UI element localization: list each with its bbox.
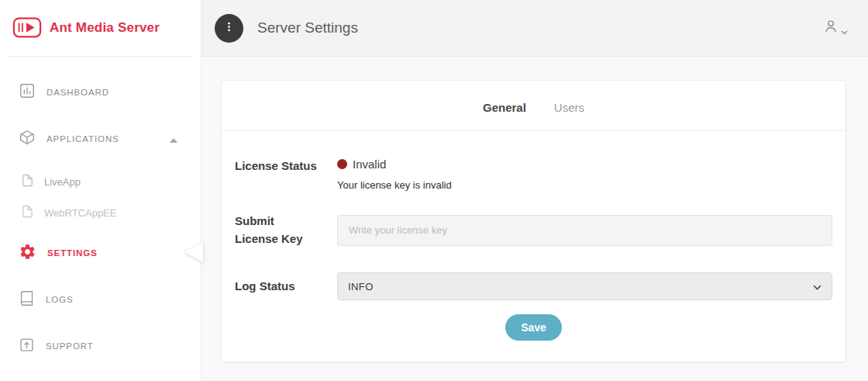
license-key-input[interactable] bbox=[337, 215, 832, 246]
tab-bar: General Users bbox=[222, 81, 846, 131]
content-area: General Users License Status Invalid You… bbox=[202, 57, 868, 381]
page-title: Server Settings bbox=[257, 19, 358, 36]
top-header: Server Settings bbox=[202, 0, 868, 57]
sidebar-item-liveapp[interactable]: LiveApp bbox=[0, 166, 201, 197]
license-key-field-wrap bbox=[337, 215, 832, 246]
file-icon bbox=[21, 174, 34, 190]
applications-icon bbox=[19, 129, 36, 149]
sidebar-item-webrtcappee[interactable]: WebRTCAppEE bbox=[0, 197, 201, 228]
sidebar-item-logs[interactable]: LOGS bbox=[0, 281, 201, 318]
status-description: Your license key is invalid bbox=[337, 179, 832, 191]
sidebar-item-label: SETTINGS bbox=[47, 248, 98, 258]
license-status-value: Invalid Your license key is invalid bbox=[337, 158, 832, 191]
logs-icon bbox=[19, 290, 35, 310]
dashboard-icon bbox=[19, 82, 36, 102]
brand-logo[interactable]: Ant Media Server bbox=[0, 0, 201, 56]
log-status-field-wrap: INFO bbox=[337, 272, 832, 300]
save-row: Save bbox=[235, 314, 832, 341]
file-icon bbox=[21, 205, 34, 221]
sidebar-item-applications[interactable]: APPLICATIONS bbox=[0, 120, 201, 158]
log-status-label: Log Status bbox=[235, 278, 337, 296]
main-area: Server Settings General Users bbox=[202, 0, 868, 381]
sidebar-item-dashboard[interactable]: DASHBOARD bbox=[0, 74, 201, 111]
license-status-row: License Status Invalid Your license key … bbox=[235, 158, 832, 191]
app-root: Ant Media Server DASHBOARD bbox=[0, 0, 868, 381]
sidebar: Ant Media Server DASHBOARD bbox=[0, 0, 202, 381]
sidebar-item-label: DASHBOARD bbox=[46, 88, 109, 97]
sidebar-item-label: LOGS bbox=[46, 295, 74, 304]
sidebar-item-settings[interactable]: SETTINGS bbox=[0, 234, 201, 272]
caret-up-icon bbox=[170, 132, 177, 146]
license-key-row: Submit License Key bbox=[235, 213, 832, 248]
gear-icon bbox=[19, 243, 36, 264]
active-item-notch bbox=[184, 242, 203, 262]
sidebar-item-label: SUPPORT bbox=[46, 341, 94, 351]
save-button[interactable]: Save bbox=[505, 314, 562, 341]
ant-media-logo-icon bbox=[12, 15, 42, 42]
status-line: Invalid bbox=[337, 158, 832, 171]
menu-button[interactable] bbox=[215, 14, 243, 43]
settings-form: License Status Invalid Your license key … bbox=[222, 131, 846, 341]
tab-general[interactable]: General bbox=[483, 101, 526, 130]
sidebar-item-label: LiveApp bbox=[44, 176, 81, 188]
settings-card: General Users License Status Invalid You… bbox=[221, 80, 846, 362]
caret-down-icon bbox=[841, 24, 848, 38]
license-key-label: Submit License Key bbox=[235, 213, 337, 248]
sidebar-item-support[interactable]: SUPPORT bbox=[0, 327, 201, 365]
support-icon bbox=[19, 337, 35, 356]
status-text: Invalid bbox=[353, 158, 386, 171]
sidebar-item-label: APPLICATIONS bbox=[46, 134, 119, 144]
user-menu[interactable] bbox=[822, 18, 848, 38]
sidebar-nav: DASHBOARD APPLICATIONS bbox=[0, 57, 201, 365]
status-dot bbox=[337, 159, 347, 169]
brand-name: Ant Media Server bbox=[50, 20, 160, 36]
log-status-selected-value: INFO bbox=[348, 281, 374, 293]
chevron-down-icon bbox=[813, 279, 822, 293]
log-status-select[interactable]: INFO bbox=[337, 272, 832, 300]
log-status-row: Log Status INFO bbox=[235, 272, 832, 300]
sidebar-item-label: WebRTCAppEE bbox=[44, 207, 116, 219]
tab-users[interactable]: Users bbox=[554, 101, 584, 130]
kebab-menu-icon bbox=[223, 21, 235, 35]
user-icon bbox=[822, 18, 839, 38]
license-status-label: License Status bbox=[235, 158, 337, 175]
